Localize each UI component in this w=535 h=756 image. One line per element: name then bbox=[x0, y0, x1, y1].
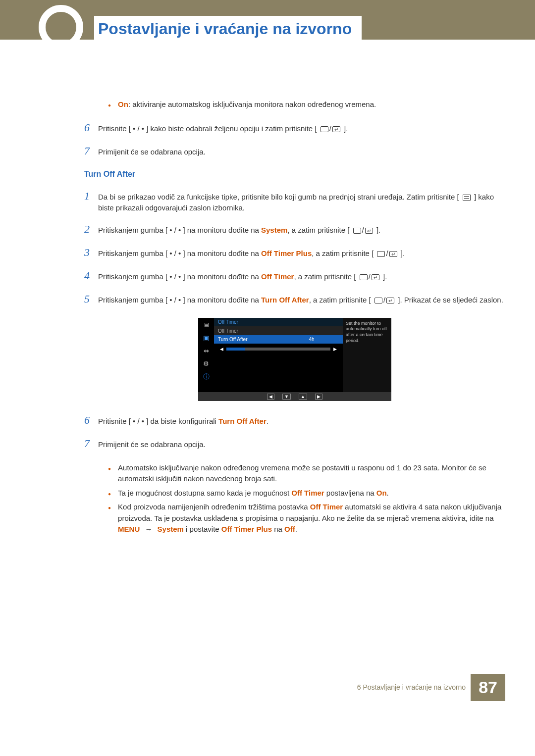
bullet-icon: ● bbox=[108, 504, 111, 511]
step-number: 2 bbox=[84, 221, 98, 237]
bullet-body: : aktiviranje automatskog isključivanja … bbox=[128, 100, 376, 108]
steps-group-c: 6 Pritisnite [ • / • ] da biste konfigur… bbox=[84, 412, 505, 452]
rect-return-icon: / bbox=[360, 271, 379, 283]
header-bar: Postavljanje i vraćanje na izvorno bbox=[0, 0, 535, 40]
t: ]. Prikazat će se sljedeći zaslon. bbox=[398, 296, 503, 304]
footer-page-number: 87 bbox=[471, 674, 505, 701]
step-post: ]. bbox=[344, 124, 348, 133]
osd-selected-label: Turn Off After bbox=[218, 337, 284, 342]
t: Pritiskanjem gumba [ • / • ] na monitoru… bbox=[98, 272, 261, 281]
notes-block: ● Automatsko isključivanje nakon određen… bbox=[108, 462, 505, 535]
step-number: 3 bbox=[84, 244, 98, 260]
info-icon: ⓘ bbox=[202, 372, 211, 381]
bullet-text: On: aktiviranje automatskog isključivanj… bbox=[118, 99, 376, 110]
hl: MENU bbox=[118, 525, 140, 533]
note-text: Kod proizvoda namijenjenih određenim trž… bbox=[118, 502, 505, 535]
hl: System bbox=[261, 226, 287, 234]
osd-description: Set the monitor to automatically turn of… bbox=[343, 318, 391, 392]
hl: Off Timer bbox=[261, 272, 294, 281]
right-arrow-icon: ▶ bbox=[333, 347, 337, 352]
t: , a zatim pritisnite [ bbox=[312, 249, 374, 257]
bullet-icon: ● bbox=[108, 101, 111, 109]
bullet-item: ● On: aktiviranje automatskog isključiva… bbox=[108, 99, 505, 110]
menu-icon bbox=[463, 195, 471, 201]
hl: Off Timer bbox=[310, 503, 343, 511]
step-row: 7 Primijenit će se odabrana opcija. bbox=[84, 435, 505, 452]
t: ]. bbox=[383, 272, 387, 281]
note-text: Automatsko isključivanje nakon određenog… bbox=[118, 462, 505, 485]
step-text: Primijenit će se odabrana opcija. bbox=[98, 439, 505, 451]
step-number: 5 bbox=[84, 291, 98, 307]
t: . bbox=[295, 525, 297, 533]
step-text: Pritiskanjem gumba [ • / • ] na monitoru… bbox=[98, 225, 505, 236]
osd-slider: ◀ ▶ bbox=[214, 344, 343, 356]
osd-header: Off Timer bbox=[214, 318, 343, 327]
rect-return-icon: / bbox=[374, 295, 394, 306]
t: , a zatim pritisnite [ bbox=[294, 272, 356, 281]
t: . bbox=[387, 489, 389, 497]
t: na bbox=[272, 525, 284, 533]
content: ● On: aktiviranje automatskog isključiva… bbox=[0, 40, 535, 731]
step-row: 6 Pritisnite [ • / • ] kako biste odabra… bbox=[84, 119, 505, 136]
t: Pritiskanjem gumba [ • / • ] na monitoru… bbox=[98, 249, 261, 257]
t: Pritisnite [ • / • ] da biste konfigurir… bbox=[98, 417, 218, 425]
t: Pritiskanjem gumba [ • / • ] na monitoru… bbox=[98, 226, 261, 234]
step-row: 2 Pritiskanjem gumba [ • / • ] na monito… bbox=[84, 221, 505, 237]
t: Pritiskanjem gumba [ • / • ] na monitoru… bbox=[98, 296, 261, 304]
osd-main: Off Timer Off Timer Turn Off After 4h ◀ … bbox=[214, 318, 343, 392]
picture-icon: ▣ bbox=[202, 334, 211, 343]
slider-fill bbox=[226, 348, 245, 351]
step-text: Pritiskanjem gumba [ • / • ] na monitoru… bbox=[98, 248, 505, 259]
hl: On bbox=[376, 489, 387, 497]
step-number: 6 bbox=[84, 119, 98, 136]
step-row: 1 Da bi se prikazao vodič za funkcijske … bbox=[84, 188, 505, 214]
rect-return-icon: / bbox=[353, 225, 373, 236]
bullet-icon: ● bbox=[108, 490, 111, 498]
osd-screenshot: 🖥 ▣ ⇔ ⚙ ⓘ Off Timer Off Timer Turn Off A… bbox=[198, 318, 391, 401]
step-number: 4 bbox=[84, 267, 98, 284]
step-row: 6 Pritisnite [ • / • ] da biste konfigur… bbox=[84, 412, 505, 428]
footer: 6 Postavljanje i vraćanje na izvorno 87 bbox=[84, 674, 505, 701]
slider-track bbox=[226, 348, 330, 351]
note-text: Ta je mogućnost dostupna samo kada je mo… bbox=[118, 488, 389, 499]
nav-right-icon: ▶ bbox=[315, 394, 322, 400]
step-row: 7 Primijenit će se odabrana opcija. bbox=[84, 143, 505, 159]
step-text: Pritiskanjem gumba [ • / • ] na monitoru… bbox=[98, 295, 505, 306]
note-item: ● Kod proizvoda namijenjenih određenim t… bbox=[108, 502, 505, 535]
rect-return-icon: / bbox=[377, 248, 397, 259]
t: i postavite bbox=[184, 525, 221, 533]
step-number: 6 bbox=[84, 412, 98, 428]
section-title: Turn Off After bbox=[84, 170, 505, 179]
top-bullet-block: ● On: aktiviranje automatskog isključiva… bbox=[108, 99, 505, 110]
monitor-icon: 🖥 bbox=[202, 321, 211, 330]
t: Kod proizvoda namijenjenih određenim trž… bbox=[118, 503, 310, 511]
osd-selected-value: 4h bbox=[284, 337, 339, 342]
gear-icon: ⚙ bbox=[202, 359, 211, 368]
hl: Off bbox=[284, 525, 295, 533]
t: ]. bbox=[401, 249, 405, 257]
position-icon: ⇔ bbox=[202, 347, 211, 355]
t: , a zatim pritisnite [ bbox=[287, 226, 349, 234]
step-text: Pritisnite [ • / • ] da biste konfigurir… bbox=[98, 416, 505, 427]
note-item: ● Ta je mogućnost dostupna samo kada je … bbox=[108, 488, 505, 499]
hl: Off Timer bbox=[291, 489, 324, 497]
hl: Turn Off After bbox=[218, 417, 267, 425]
hl: Off Timer Plus bbox=[221, 525, 272, 533]
hl: Turn Off After bbox=[261, 296, 309, 304]
step-number: 7 bbox=[84, 143, 98, 159]
t: Da bi se prikazao vodič za funkcijske ti… bbox=[98, 193, 459, 201]
left-arrow-icon: ◀ bbox=[220, 347, 223, 352]
step-text: Primijenit će se odabrana opcija. bbox=[98, 147, 505, 158]
step-row: 5 Pritiskanjem gumba [ • / • ] na monito… bbox=[84, 291, 505, 307]
t: ]. bbox=[376, 226, 380, 234]
osd-selected-row: Turn Off After 4h bbox=[214, 335, 343, 344]
step-number: 7 bbox=[84, 435, 98, 452]
t: . bbox=[267, 417, 268, 425]
osd-sidebar-icons: 🖥 ▣ ⇔ ⚙ ⓘ bbox=[198, 318, 214, 392]
note-item: ● Automatsko isključivanje nakon određen… bbox=[108, 462, 505, 485]
osd-nav-bar: ◀ ▼ ▲ ▶ bbox=[198, 392, 391, 401]
step-text: Da bi se prikazao vodič za funkcijske ti… bbox=[98, 192, 505, 214]
t: Ta je mogućnost dostupna samo kada je mo… bbox=[118, 489, 291, 497]
t: postavljena na bbox=[324, 489, 376, 497]
arrow: → bbox=[143, 525, 154, 533]
